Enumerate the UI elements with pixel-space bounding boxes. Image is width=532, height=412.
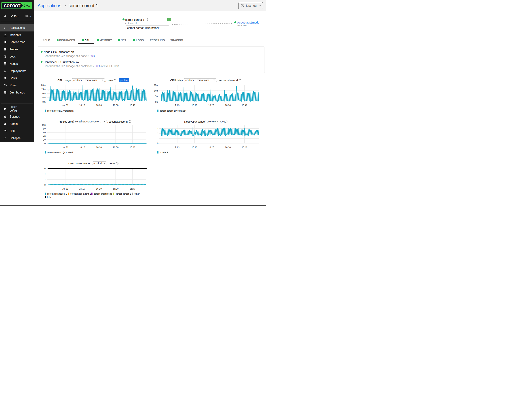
svg-text:Jul 31: Jul 31 (175, 104, 181, 106)
svg-text:16:30: 16:30 (113, 146, 119, 149)
svg-text:16:30: 16:30 (225, 104, 231, 106)
svg-text:10m: 10m (154, 89, 159, 92)
svg-text:10m: 10m (41, 92, 46, 95)
svg-text:2: 2 (157, 132, 158, 135)
svg-text:20: 20 (43, 138, 46, 141)
svg-text:16:40: 16:40 (130, 187, 135, 190)
svg-text:2: 2 (44, 178, 46, 181)
svg-text:16:10: 16:10 (79, 104, 85, 106)
svg-text:16:40: 16:40 (242, 104, 247, 106)
svg-text:coroot-coroot-1@orbstack: coroot-coroot-1@orbstack (47, 109, 74, 112)
svg-text:16:40: 16:40 (242, 146, 247, 149)
svg-text:Jul 31: Jul 31 (62, 187, 68, 190)
svg-text:16:10: 16:10 (192, 146, 197, 149)
svg-text:Jul 31: Jul 31 (62, 104, 68, 106)
svg-text:16:30: 16:30 (225, 146, 231, 149)
svg-text:16:40: 16:40 (130, 104, 135, 106)
svg-text:coroot-coroot-1: coroot-coroot-1 (115, 192, 131, 195)
svg-text:16:10: 16:10 (192, 104, 197, 106)
svg-text:16:20: 16:20 (96, 146, 102, 149)
svg-text:6: 6 (44, 167, 46, 170)
svg-text:0m: 0m (155, 101, 159, 103)
svg-text:coroot-node-agent-1: coroot-node-agent-1 (70, 192, 91, 195)
svg-text:15m: 15m (154, 84, 159, 86)
svg-text:16:30: 16:30 (113, 187, 119, 190)
svg-text:total: total (47, 196, 51, 198)
svg-text:orbstack: orbstack (160, 151, 168, 154)
svg-text:5m: 5m (42, 96, 46, 99)
svg-text:Jul 31: Jul 31 (175, 146, 181, 149)
svg-text:0: 0 (157, 142, 158, 145)
svg-text:16:20: 16:20 (208, 104, 214, 106)
svg-text:coroot-coroot-1@orbstack: coroot-coroot-1@orbstack (160, 109, 186, 112)
svg-text:4: 4 (44, 173, 46, 175)
svg-text:0: 0 (44, 142, 46, 145)
svg-text:80: 80 (43, 127, 46, 130)
svg-text:15m: 15m (41, 88, 46, 91)
svg-text:16:10: 16:10 (79, 187, 85, 190)
svg-text:other: other (134, 192, 140, 195)
svg-text:0m: 0m (42, 101, 46, 103)
svg-text:16:30: 16:30 (113, 104, 119, 106)
svg-text:coroot-clickhouse-1: coroot-clickhouse-1 (47, 192, 67, 195)
svg-text:20m: 20m (41, 84, 46, 86)
svg-text:coroot-coroot-1@orbstack: coroot-coroot-1@orbstack (47, 151, 74, 154)
svg-text:16:20: 16:20 (96, 187, 102, 190)
svg-text:40: 40 (43, 135, 46, 137)
svg-text:3: 3 (157, 127, 158, 130)
svg-text:100: 100 (42, 124, 46, 126)
svg-text:5m: 5m (155, 95, 159, 98)
svg-text:16:10: 16:10 (79, 146, 85, 149)
svg-text:0: 0 (44, 184, 46, 186)
svg-text:coroot-greptimedb: coroot-greptimedb (94, 192, 112, 195)
svg-text:16:20: 16:20 (208, 146, 214, 149)
svg-text:16:40: 16:40 (130, 146, 135, 149)
svg-text:1: 1 (157, 137, 158, 140)
svg-text:16:20: 16:20 (96, 104, 102, 106)
svg-text:60: 60 (43, 131, 46, 134)
svg-text:Jul 31: Jul 31 (62, 146, 68, 149)
